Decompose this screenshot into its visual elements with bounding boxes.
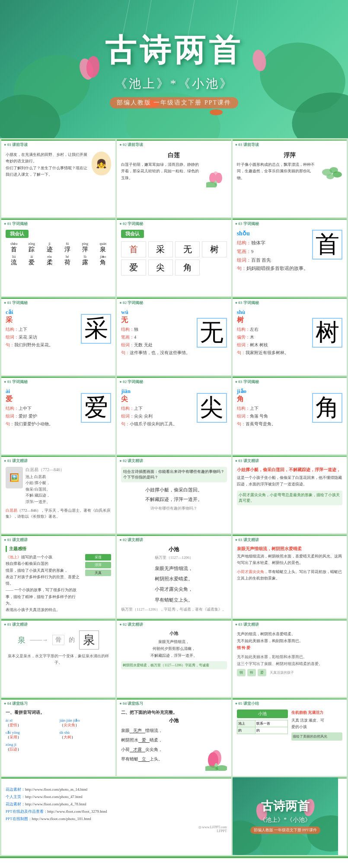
slide-tag: ● 03 课文精讲 [235,537,259,543]
slide-tag: ● 01 字词揭秘 [4,379,28,385]
slide-tag: ● 03 课文精讲 [235,458,259,464]
slide-tag: ● 05 课堂小结 [235,701,259,706]
slide-exercise1: ● 04 课堂练习 一、看拼音写词语。 ài xī （爱惜） jiān jiān… [1,698,115,776]
slide-tag: ● 04 课堂练习 [4,701,28,706]
slide-poem2-intro: ● 02 课文精讲 小池 杨万里（1127—1206） 泉眼无声惜细流， 树阴照… [117,535,231,618]
svg-point-9 [210,109,223,115]
slide-tag: ● 02 字词揭秘 [119,300,143,306]
hero-title: 古诗两首 [105,30,243,71]
hero-desc: 部编人教版 一年级语文下册 PPT课件 [110,97,238,108]
slide-tag: ● 01 课文精讲 [4,537,28,543]
slide-tag: ● 03 字词揭秘 [235,379,259,385]
svg-point-6 [86,56,100,78]
slide-tag: ● 02 字词揭秘 [119,221,143,227]
slide-tag: ● 02 字词揭秘 [119,379,143,385]
svg-point-2 [252,33,348,122]
slide-char-cai: ● 01 字词揭秘 cǎi 采 结构：上下 组词：采花 采访 句：我们到野外去采… [1,298,115,375]
slide-bailian: ● 02 课前导读 白莲 白莲子初萌，嫩茸茸如绿，清而且静。静静的开着，那朵花儿… [117,139,231,217]
bailian-title: 白莲 [121,152,227,159]
slide-fuping: ● 03 课前导读 浮萍 叶子像小圆形构成的总点，飘零漂流，种种不同，生趣盎然，… [233,139,347,217]
slide-tag: ● 01 字词揭秘 [4,221,28,227]
slide-tag: ● 02 课文精讲 [119,622,143,627]
slide-char-jian: ● 02 字词揭秘 jiān 尖 结构：上下 组词：尖尖 尖利 句：小猫爪子很尖… [117,377,231,454]
slide-poem2-summary: ● 03 课文精讲 无声的细流，树阴照水喜爱晴柔。 无不如此美丽水墨，构刻阳水墨… [233,619,347,697]
slide-chars-1: ● 01 字词揭秘 我会认 shǒu首 zōng踪 jì迹 fú浮 píng萍 … [1,219,115,296]
slide-char-evolution: ● 01 课文精讲 泉 ——→ 骨 的 泉 泉本义是泉水，水文字字形的一个变体，… [1,619,115,697]
slides-grid: ● 01 课前导读 小朋友，在充满生机的田野、乡村，让我们开展奇妙的语文旅行。 … [0,138,348,856]
svg-point-30 [259,831,311,855]
slide-poem1-question: ● 02 课文精讲 结合古诗插图画面：你能看出来诗中有哪些有趣的事物吗？个下节你… [117,456,231,533]
svg-point-22 [326,174,334,179]
slide-char-shu: ● 03 字词揭秘 shù 树 结构：左右 偏旁：木 组词：树木 树枝 句：我家… [233,298,347,375]
slide-exercise2: ● 04 课堂练习 二、把下面的诗句补充完整。 小池 泉眼无声惜细流， 树阴照水… [117,698,231,776]
fuping-title: 浮萍 [237,152,342,159]
slide-tag: ● 03 课文精讲 [235,622,259,627]
slide-tag: ● 01 课文精讲 [4,458,28,464]
slide-pool-theme: ● 01 课文精讲 主题感悟 《池上》描写的是一个小孩 独自撑着小船偷采白莲的情… [1,535,115,618]
footer: LFPPT网提供 www.LFPPT.com [0,856,348,868]
slide-poem1-lecture: ● 01 课文精讲 🖼️ 白居易（772—846） 池上 白居易小娃/撑小艇，偷… [1,456,115,533]
slide-summary: ● 05 课堂小结 小池 池上 联系一首 的 的 [233,698,347,776]
slide-poem2-detail: ● 02 课文精讲 小池 泉眼无声惜细流， 何朝何夕剪剪那么清幽， 不解藏踪迹，… [117,619,231,697]
slide-tag: ● 03 字词揭秘 [235,221,259,227]
slide-tag: ● 02 课文精讲 [119,458,143,464]
svg-point-5 [77,57,96,81]
svg-point-7 [251,49,268,72]
slide-char-ai: ● 01 字词揭秘 ài 爱 结构：上中下 组词：爱好 爱护 句：我们要爱护小动… [1,377,115,454]
slide-char-jiao: ● 03 字词揭秘 jiǎo 角 结构：上下 组词：角落 号角 句：首蕉弯弯是角… [233,377,347,454]
svg-point-1 [0,89,64,138]
slide-intro-1: ● 01 课前导读 小朋友，在充满生机的田野、乡村，让我们开展奇妙的语文旅行。 … [1,139,115,217]
slide-tag: ● 02 课文精讲 [119,537,143,543]
slide-tag: ● 03 字词揭秘 [235,300,259,306]
slide-char-wu: ● 02 字词揭秘 wú 无 结构：独 笔画：4 组词：无数 无处 句：这件事情… [117,298,231,375]
hero-section: 古诗两首 《池上》*《小池》 部编人教版 一年级语文下册 PPT课件 [0,0,348,138]
slide-char-shou: ● 03 字词揭秘 shǒu 结构：独体字 笔画：9 组词：百首 首先 句：妈妈… [233,219,347,296]
slide-tag: ● 02 课前导读 [119,142,143,148]
slide-tag: ● 01 课文精讲 [4,622,28,627]
hero-subtitle: 《池上》*《小池》 [115,76,233,92]
slide-poem1-analysis: ● 03 课文精讲 小娃撑小艇，偷采白莲回，不解藏踪迹，浮萍一道迹， 这是一个小… [233,456,347,533]
slide-tag: ● 04 课堂练习 [119,701,143,706]
svg-point-4 [123,89,223,138]
slide-chars-2: ● 02 字词揭秘 我会认 首 采 无 树 爱 尖 角 [117,219,231,296]
slide-tag: ● 01 字词揭秘 [4,300,28,306]
slide-ending-hero: 古诗两首 《池上》*《小池》 部编人教版 一年级语文下册 PPT课件 [233,777,347,855]
slide-ending-links: 花边素材：http://www.floot.com/photo_m_14.htm… [1,777,231,855]
slide-tag: ● 03 课前导读 [235,142,259,148]
svg-point-0 [5,44,99,128]
slide-tag: ● 01 课前导读 [4,142,28,148]
slide-poem2-analysis: ● 03 课文精讲 泉眼无声惜细流，树阴照水爱晴柔 无声地细细流淌，树荫映照水面… [233,535,347,618]
svg-point-3 [287,87,348,138]
